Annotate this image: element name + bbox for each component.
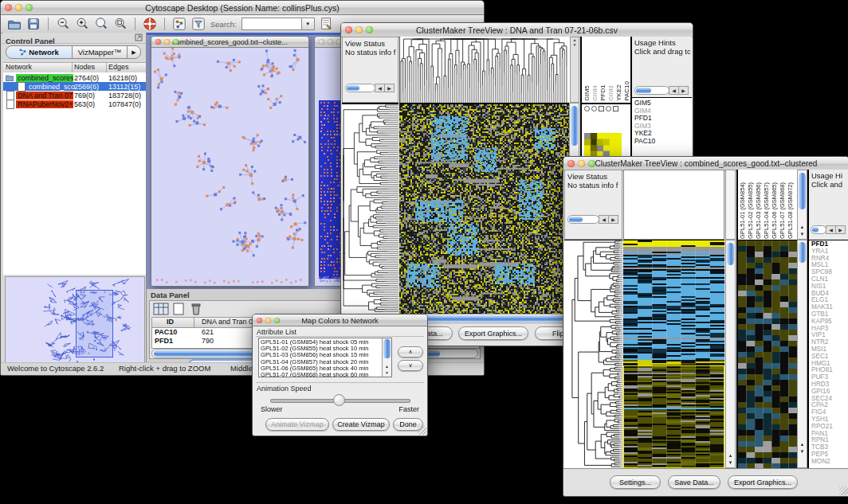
attribute-table-icon[interactable] xyxy=(153,303,169,315)
new-attribute-icon[interactable] xyxy=(171,303,186,315)
usage-hints-scrollbar[interactable]: ◀▶ xyxy=(634,86,689,95)
window-title: Cytoscape Desktop (Session Name: collins… xyxy=(1,3,484,13)
move-up-button[interactable]: ∧ xyxy=(398,346,423,357)
network-row[interactable]: combined_scores 2764(0) 16218(0) xyxy=(3,73,146,82)
filter-icon[interactable] xyxy=(191,17,206,31)
tab-vizmapper[interactable]: VizMapper™ xyxy=(72,45,128,59)
tv2-label-scrollbar[interactable]: ▲▼ xyxy=(797,170,807,240)
network-row-selected[interactable]: combined_sco 2569(6) 13112(15) xyxy=(3,82,146,91)
network-canvas[interactable] xyxy=(151,48,307,285)
attribute-item[interactable]: GPL51-07 (GSM868) heat shock 60 min xyxy=(261,372,380,377)
col-network[interactable]: Network xyxy=(6,63,32,71)
minimize-button[interactable] xyxy=(328,39,333,45)
tv2-zoom-heatmap[interactable] xyxy=(738,240,797,469)
network-row[interactable]: DNA and Tran 07 769(0) 183728(0) xyxy=(3,91,146,100)
tv2-gene-scrollbar[interactable]: ▲▼ xyxy=(797,240,807,468)
minimize-button[interactable] xyxy=(15,4,22,11)
tab-network-label: Network xyxy=(29,48,58,57)
minimize-button[interactable] xyxy=(164,39,170,45)
minimize-button[interactable] xyxy=(355,26,363,33)
float-panel-icon[interactable] xyxy=(135,33,143,41)
tv2-vscrollbar[interactable]: ▲▼ xyxy=(725,240,736,468)
cytoscape-titlebar[interactable]: Cytoscape Desktop (Session Name: collins… xyxy=(1,1,484,15)
zoom-button[interactable] xyxy=(588,160,595,167)
network-view-titlebar[interactable]: combined_scores_good.txt--cluste... xyxy=(151,37,308,48)
search-input[interactable] xyxy=(241,18,301,30)
tv1-dendro-spinner[interactable]: ▲▼ xyxy=(570,37,579,103)
zoom-toolbar-icons[interactable] xyxy=(582,104,630,111)
zoom-fit-icon[interactable] xyxy=(94,17,108,31)
search-combo: ▼ xyxy=(241,18,315,30)
usage-hints-scrollbar[interactable]: ◀▶ xyxy=(811,225,846,234)
tv2-usage-panel: Usage Hi Click and ◀▶ xyxy=(809,170,848,240)
network-settings-icon[interactable] xyxy=(172,17,186,31)
export-graphics-button[interactable]: Export Graphics... xyxy=(728,475,798,489)
minimize-button[interactable] xyxy=(578,160,585,167)
close-button[interactable] xyxy=(567,160,575,167)
zoom-out-icon[interactable] xyxy=(56,17,70,31)
col-label: GIM4 xyxy=(591,81,599,101)
birdseye-overview[interactable] xyxy=(5,276,145,367)
zoom-selected-icon[interactable] xyxy=(113,17,128,31)
close-button[interactable] xyxy=(155,39,161,45)
window-controls[interactable] xyxy=(1,4,37,11)
tv2-gene-list[interactable]: PFD1 YRA1RNR4MSL1SPC98CLN1NIS1BUD4ELG1MA… xyxy=(809,240,848,468)
resize-grip[interactable] xyxy=(839,486,848,495)
zoom-button[interactable] xyxy=(173,39,179,45)
slower-label: Slower xyxy=(261,405,283,413)
tv2-row-dendrogram[interactable] xyxy=(564,240,622,469)
close-button[interactable] xyxy=(5,4,12,11)
dialog-titlebar[interactable]: Map Colors to Network xyxy=(253,315,427,326)
tab-overflow-arrow: ▶ xyxy=(132,49,135,56)
save-data-button[interactable]: Save Data... xyxy=(668,475,720,489)
close-button[interactable] xyxy=(345,26,352,33)
move-down-button[interactable]: ∨ xyxy=(398,360,423,371)
tv1-row-dendrogram[interactable] xyxy=(342,103,398,314)
gene-label[interactable]: PAC10 xyxy=(634,138,692,146)
help-lifering-icon[interactable] xyxy=(143,17,157,31)
tab-overflow[interactable]: ▶ xyxy=(127,45,141,59)
experiment-label: GPL51-03 (GSM856) xyxy=(755,182,762,239)
attribute-list[interactable]: GPL51-01 (GSM854) heat shock 05 minGPL51… xyxy=(258,338,392,377)
minimize-button[interactable] xyxy=(265,318,271,323)
create-vizmap-button[interactable]: Create Vizmap xyxy=(332,418,390,431)
tv1-heatmap[interactable] xyxy=(399,103,569,314)
close-button[interactable] xyxy=(319,39,324,45)
zoom-button[interactable] xyxy=(274,318,280,323)
animation-slider-thumb[interactable] xyxy=(333,394,345,406)
network-list: combined_scores 2764(0) 16218(0) combine… xyxy=(3,72,146,275)
export-graphics-button[interactable]: Export Graphics... xyxy=(458,326,528,340)
resize-grip[interactable] xyxy=(418,426,426,435)
tv2-column-dendrogram xyxy=(623,170,724,240)
open-file-icon[interactable] xyxy=(7,17,22,31)
experiment-label: GPL51-02 (GSM855) xyxy=(747,182,754,239)
tv1-column-dendrogram[interactable] xyxy=(399,37,570,103)
zoom-button[interactable] xyxy=(26,4,33,11)
delete-attribute-icon[interactable] xyxy=(188,303,204,315)
toolbar-separator xyxy=(164,18,165,30)
usage-hints-title: Usage Hi xyxy=(809,170,848,180)
toolbar-separator xyxy=(48,18,49,30)
network-row[interactable]: RNAPuberNov2+ 563(0) 107847(0) xyxy=(3,100,146,108)
view-status-text: No status info f xyxy=(343,48,398,57)
settings-button[interactable]: Settings... xyxy=(610,475,661,489)
annotation-icon[interactable] xyxy=(320,17,334,31)
search-dropdown-arrow[interactable]: ▼ xyxy=(301,18,315,30)
save-icon[interactable] xyxy=(26,17,41,31)
treeview1-titlebar[interactable]: ClusterMaker TreeView : DNA and Tran 07-… xyxy=(341,23,693,37)
view-status-scrollbar[interactable]: ◀▶ xyxy=(567,215,618,224)
tab-network[interactable]: Network xyxy=(6,45,73,59)
view-status-scrollbar[interactable]: ◀▶ xyxy=(345,84,395,92)
network-name: combined_scores xyxy=(16,74,73,82)
gene-label[interactable]: MON2 xyxy=(811,459,848,466)
zoom-in-icon[interactable] xyxy=(75,17,89,31)
col-label: PFD1 xyxy=(599,81,607,101)
close-button[interactable] xyxy=(257,318,262,323)
col-nodes[interactable]: Nodes xyxy=(74,63,95,71)
animate-vizmap-button[interactable]: Animate Vizmap xyxy=(265,418,329,431)
data-col-id[interactable]: ID xyxy=(167,318,174,326)
col-edges[interactable]: Edges xyxy=(108,63,129,71)
zoom-button[interactable] xyxy=(366,26,373,33)
tv2-heatmap[interactable] xyxy=(623,240,724,469)
attribute-list-scrollbar[interactable]: ▲ ▼ xyxy=(382,338,391,377)
